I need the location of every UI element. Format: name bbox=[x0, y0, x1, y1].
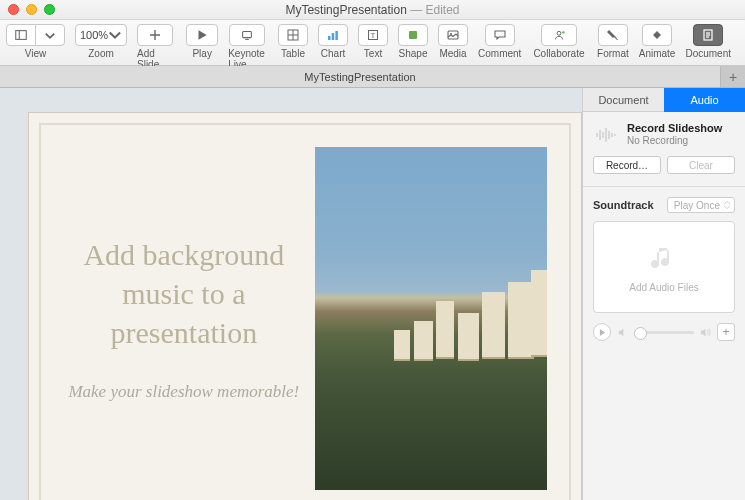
music-note-icon bbox=[647, 242, 681, 276]
toolbar: View 100% Zoom Add Slide Play Keynote Li… bbox=[0, 20, 745, 66]
inspector-panel: Document Audio Record Slideshow No Recor… bbox=[582, 88, 745, 500]
format-button[interactable] bbox=[598, 24, 628, 46]
maximize-window-button[interactable] bbox=[44, 4, 55, 15]
keynote-live-button[interactable] bbox=[229, 24, 265, 46]
image-buildings bbox=[384, 277, 547, 397]
volume-low-icon bbox=[617, 327, 628, 338]
record-section: Record Slideshow No Recording Record… Cl… bbox=[583, 112, 745, 187]
volume-slider[interactable] bbox=[634, 331, 694, 334]
media-label: Media bbox=[439, 48, 466, 59]
main-area: Add background music to a presentation M… bbox=[0, 88, 745, 500]
document-tab[interactable]: MyTestingPresentation bbox=[0, 66, 721, 87]
animate-button[interactable] bbox=[642, 24, 672, 46]
format-label: Format bbox=[597, 48, 629, 59]
animate-label: Animate bbox=[639, 48, 676, 59]
record-subtitle: No Recording bbox=[627, 135, 722, 146]
document-label: Document bbox=[685, 48, 731, 59]
svg-rect-8 bbox=[335, 31, 338, 40]
slide[interactable]: Add background music to a presentation M… bbox=[28, 112, 582, 500]
tab-audio[interactable]: Audio bbox=[664, 88, 745, 112]
view-menu-button[interactable] bbox=[35, 24, 65, 46]
play-audio-button[interactable] bbox=[593, 323, 611, 341]
zoom-value: 100% bbox=[80, 29, 108, 41]
volume-high-icon bbox=[700, 327, 711, 338]
play-label: Play bbox=[192, 48, 211, 59]
add-tab-button[interactable]: + bbox=[721, 66, 745, 87]
waveform-icon bbox=[593, 122, 619, 148]
record-title: Record Slideshow bbox=[627, 122, 722, 134]
soundtrack-title: Soundtrack bbox=[593, 199, 654, 211]
table-button[interactable] bbox=[278, 24, 308, 46]
document-tabbar: MyTestingPresentation + bbox=[0, 66, 745, 88]
zoom-selector[interactable]: 100% bbox=[75, 24, 127, 46]
slide-subtitle[interactable]: Make your slideshow memorable! bbox=[68, 382, 299, 402]
audio-player: + bbox=[593, 323, 735, 341]
soundtrack-section: Soundtrack Play Once Add Audio Files + bbox=[583, 187, 745, 353]
slide-image[interactable] bbox=[315, 147, 547, 490]
play-button[interactable] bbox=[186, 24, 218, 46]
add-slide-button[interactable] bbox=[137, 24, 173, 46]
tab-document[interactable]: Document bbox=[583, 88, 664, 112]
text-button[interactable]: T bbox=[358, 24, 388, 46]
chart-label: Chart bbox=[321, 48, 345, 59]
dropzone-label: Add Audio Files bbox=[629, 282, 699, 293]
window-title: MyTestingPresentation — Edited bbox=[0, 3, 745, 17]
inspector-tabs: Document Audio bbox=[583, 88, 745, 112]
slide-text-area[interactable]: Add background music to a presentation M… bbox=[63, 147, 315, 490]
slide-content: Add background music to a presentation M… bbox=[39, 123, 571, 500]
shape-label: Shape bbox=[399, 48, 428, 59]
slide-title[interactable]: Add background music to a presentation bbox=[63, 235, 305, 352]
soundtrack-mode-select[interactable]: Play Once bbox=[667, 197, 735, 213]
svg-point-14 bbox=[557, 31, 561, 35]
collaborate-button[interactable]: + bbox=[541, 24, 577, 46]
audio-dropzone[interactable]: Add Audio Files bbox=[593, 221, 735, 313]
comment-label: Comment bbox=[478, 48, 521, 59]
svg-rect-6 bbox=[328, 36, 331, 40]
minimize-window-button[interactable] bbox=[26, 4, 37, 15]
document-name: MyTestingPresentation bbox=[285, 3, 406, 17]
window-titlebar: MyTestingPresentation — Edited bbox=[0, 0, 745, 20]
view-button[interactable] bbox=[6, 24, 36, 46]
chart-button[interactable] bbox=[318, 24, 348, 46]
slide-canvas[interactable]: Add background music to a presentation M… bbox=[0, 88, 582, 500]
shape-button[interactable] bbox=[398, 24, 428, 46]
record-button[interactable]: Record… bbox=[593, 156, 661, 174]
add-audio-button[interactable]: + bbox=[717, 323, 735, 341]
svg-rect-0 bbox=[16, 31, 27, 40]
collaborate-label: Collaborate bbox=[533, 48, 584, 59]
zoom-label: Zoom bbox=[88, 48, 114, 59]
svg-rect-11 bbox=[409, 31, 417, 39]
clear-button[interactable]: Clear bbox=[667, 156, 735, 174]
document-status: — Edited bbox=[410, 3, 459, 17]
close-window-button[interactable] bbox=[8, 4, 19, 15]
view-label: View bbox=[25, 48, 47, 59]
svg-rect-2 bbox=[242, 32, 251, 38]
text-label: Text bbox=[364, 48, 382, 59]
media-button[interactable] bbox=[438, 24, 468, 46]
table-label: Table bbox=[281, 48, 305, 59]
svg-text:T: T bbox=[371, 31, 376, 40]
document-button[interactable] bbox=[693, 24, 723, 46]
comment-button[interactable] bbox=[485, 24, 515, 46]
window-controls bbox=[8, 4, 55, 15]
svg-rect-7 bbox=[332, 33, 335, 40]
